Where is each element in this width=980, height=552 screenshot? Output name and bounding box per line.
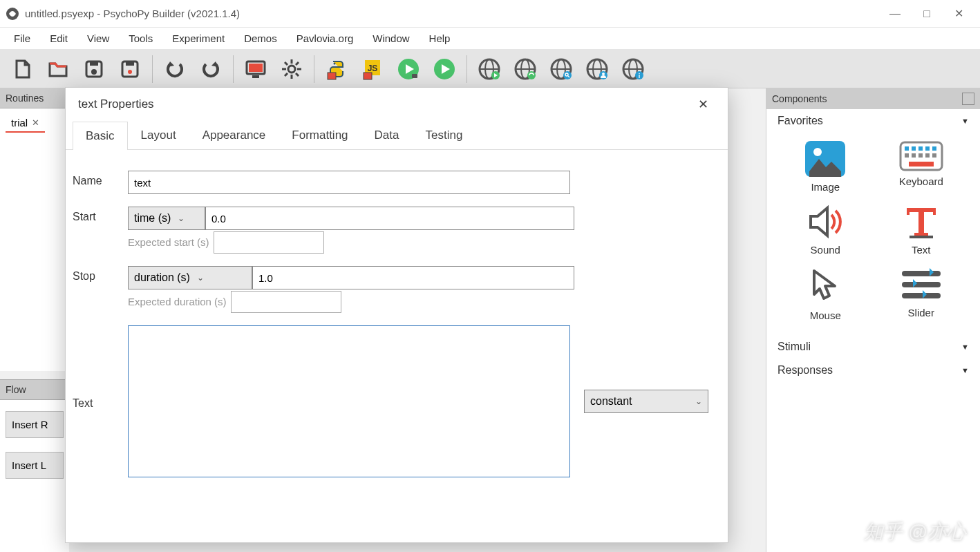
menu-file[interactable]: File bbox=[6, 30, 39, 47]
menu-help[interactable]: Help bbox=[421, 30, 459, 47]
svg-rect-59 bbox=[905, 153, 909, 158]
svg-point-52 bbox=[813, 148, 822, 156]
component-sound[interactable]: Sound bbox=[778, 201, 874, 258]
routine-tab-trial[interactable]: trial ✕ bbox=[6, 114, 45, 133]
name-label: Name bbox=[73, 171, 128, 187]
start-value-input[interactable] bbox=[205, 207, 574, 230]
tab-formatting[interactable]: Formatting bbox=[279, 121, 361, 149]
components-section-favorites[interactable]: Favorites▼ bbox=[766, 109, 980, 133]
svg-point-45 bbox=[602, 73, 605, 75]
stop-value-input[interactable] bbox=[252, 266, 574, 289]
component-keyboard[interactable]: Keyboard bbox=[874, 138, 970, 196]
app-icon bbox=[6, 7, 19, 21]
text-label: Text bbox=[73, 393, 128, 410]
stop-type-select[interactable]: duration (s)⌄ bbox=[128, 266, 252, 289]
dialog-close-button[interactable]: ✕ bbox=[691, 93, 715, 116]
menubar: File Edit View Tools Experiment Demos Pa… bbox=[0, 28, 980, 50]
window-title: untitled.psyexp - PsychoPy Builder (v202… bbox=[25, 8, 879, 19]
menu-demos[interactable]: Demos bbox=[236, 30, 285, 47]
expected-start-label: Expected start (s) bbox=[128, 236, 209, 248]
panel-layout-icon[interactable] bbox=[962, 93, 974, 105]
tab-appearance[interactable]: Appearance bbox=[189, 121, 279, 149]
svg-line-18 bbox=[285, 73, 288, 76]
maximize-button[interactable]: □ bbox=[911, 0, 943, 28]
titlebar: untitled.psyexp - PsychoPy Builder (v202… bbox=[0, 0, 980, 28]
redo-icon[interactable] bbox=[194, 53, 227, 86]
tab-basic[interactable]: Basic bbox=[73, 122, 128, 150]
open-folder-icon[interactable] bbox=[41, 53, 75, 86]
svg-point-10 bbox=[288, 66, 295, 73]
routine-tab-label: trial bbox=[11, 117, 28, 129]
svg-rect-6 bbox=[126, 61, 134, 66]
pavlovia-sync-icon[interactable] bbox=[509, 53, 542, 86]
minimize-button[interactable]: — bbox=[879, 0, 911, 28]
svg-rect-23 bbox=[364, 73, 372, 79]
monitor-icon[interactable] bbox=[239, 53, 272, 86]
name-input[interactable] bbox=[128, 171, 570, 194]
tab-testing[interactable]: Testing bbox=[412, 121, 475, 149]
svg-rect-62 bbox=[925, 153, 930, 158]
routines-panel: trial ✕ bbox=[0, 108, 69, 371]
tab-layout[interactable]: Layout bbox=[128, 121, 189, 149]
menu-edit[interactable]: Edit bbox=[41, 30, 76, 47]
component-image[interactable]: Image bbox=[778, 138, 874, 196]
run-icon[interactable] bbox=[392, 53, 425, 86]
svg-rect-60 bbox=[912, 153, 916, 158]
component-label: Image bbox=[811, 181, 840, 193]
save-icon[interactable] bbox=[77, 53, 111, 86]
save-as-icon[interactable] bbox=[113, 53, 147, 86]
svg-rect-57 bbox=[925, 146, 930, 151]
menu-view[interactable]: View bbox=[79, 30, 117, 47]
expected-duration-input[interactable] bbox=[231, 291, 341, 313]
settings-icon[interactable] bbox=[275, 53, 308, 86]
component-text[interactable]: Text bbox=[874, 201, 970, 258]
insert-loop-button[interactable]: Insert L bbox=[6, 452, 64, 479]
run-online-icon[interactable] bbox=[428, 53, 461, 86]
component-label: Mouse bbox=[810, 310, 841, 321]
pavlovia-user-icon[interactable] bbox=[581, 53, 614, 86]
flow-panel-header: Flow bbox=[0, 379, 69, 400]
new-file-icon[interactable] bbox=[6, 53, 39, 86]
menu-pavlovia[interactable]: Pavlovia.org bbox=[288, 30, 362, 47]
svg-rect-55 bbox=[912, 146, 916, 151]
compile-js-icon[interactable]: JS bbox=[356, 53, 389, 86]
dialog-tabs: Basic Layout Appearance Formatting Data … bbox=[66, 121, 728, 150]
svg-rect-54 bbox=[905, 146, 909, 151]
compile-python-icon[interactable] bbox=[320, 53, 353, 86]
component-slider[interactable]: Slider bbox=[874, 264, 970, 324]
components-panel: Components Favorites▼ Image Keyboard So bbox=[766, 88, 980, 552]
text-textarea[interactable] bbox=[128, 325, 570, 477]
svg-point-34 bbox=[527, 71, 536, 79]
close-icon[interactable]: ✕ bbox=[32, 117, 39, 128]
svg-rect-8 bbox=[252, 75, 259, 78]
start-label: Start bbox=[73, 207, 128, 223]
svg-rect-20 bbox=[328, 73, 336, 79]
components-section-responses[interactable]: Responses▼ bbox=[766, 359, 980, 382]
expected-start-input[interactable] bbox=[214, 231, 324, 254]
pavlovia-info-icon[interactable]: i bbox=[616, 53, 650, 86]
pavlovia-search-icon[interactable] bbox=[545, 53, 578, 86]
chevron-down-icon: ▼ bbox=[961, 117, 969, 125]
svg-rect-61 bbox=[918, 153, 923, 158]
chevron-down-icon: ⌄ bbox=[695, 397, 702, 406]
menu-experiment[interactable]: Experiment bbox=[164, 30, 233, 47]
svg-rect-58 bbox=[932, 146, 936, 151]
insert-routine-button[interactable]: Insert R bbox=[6, 411, 64, 438]
routines-panel-header: Routines bbox=[0, 88, 69, 108]
text-update-select[interactable]: constant⌄ bbox=[584, 390, 708, 413]
expected-duration-label: Expected duration (s) bbox=[128, 296, 227, 307]
component-mouse[interactable]: Mouse bbox=[778, 264, 874, 324]
menu-tools[interactable]: Tools bbox=[120, 30, 161, 47]
component-label: Sound bbox=[811, 244, 840, 256]
flow-panel: Insert R Insert L bbox=[0, 400, 69, 552]
close-button[interactable]: ✕ bbox=[943, 0, 974, 28]
svg-rect-9 bbox=[249, 64, 263, 72]
start-type-select[interactable]: time (s)⌄ bbox=[128, 207, 205, 230]
tab-data[interactable]: Data bbox=[361, 121, 413, 149]
chevron-down-icon: ▼ bbox=[961, 343, 969, 351]
undo-icon[interactable] bbox=[158, 53, 191, 86]
components-section-stimuli[interactable]: Stimuli▼ bbox=[766, 335, 980, 359]
menu-window[interactable]: Window bbox=[364, 30, 417, 47]
svg-rect-65 bbox=[910, 236, 933, 238]
pavlovia-run-icon[interactable] bbox=[473, 53, 506, 86]
